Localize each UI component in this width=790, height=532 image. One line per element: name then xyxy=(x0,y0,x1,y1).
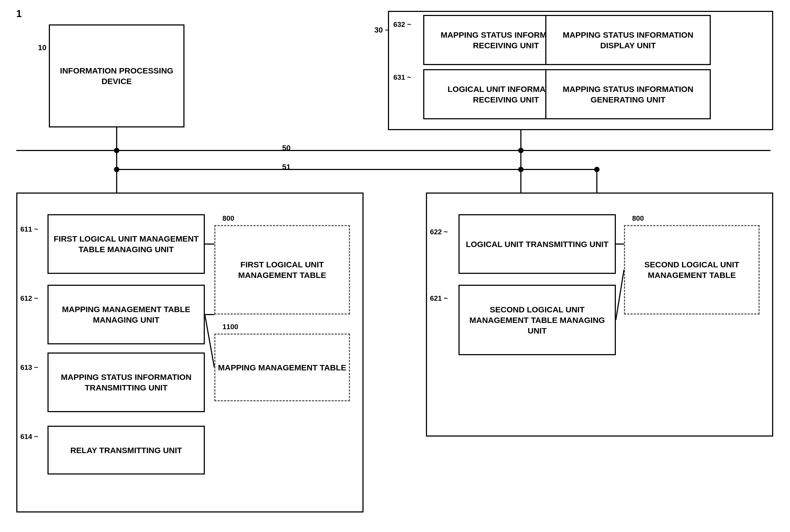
ref-800-first: 800 xyxy=(222,214,234,223)
ref-612: 612 ~ xyxy=(20,294,38,303)
svg-point-8 xyxy=(518,148,523,153)
ref-800-second: 800 xyxy=(632,214,644,223)
info-processing-device-label: INFORMATION PROCESSING DEVICE xyxy=(50,63,183,89)
lu-tx-box: LOGICAL UNIT TRANSMITTING UNIT xyxy=(458,214,616,274)
svg-point-13 xyxy=(594,167,600,172)
second-lu-mgmt-table-box: SECOND LOGICAL UNIT MANAGEMENT TABLE xyxy=(624,225,760,315)
ref-631: 631 ~ xyxy=(393,73,411,82)
bus-51-label: 51 xyxy=(282,163,291,171)
first-lu-mgmt-managing-box: FIRST LOGICAL UNIT MANAGEMENT TABLE MANA… xyxy=(48,214,205,274)
lu-tx-label: LOGICAL UNIT TRANSMITTING UNIT xyxy=(464,237,611,252)
mapping-status-gen-box: MAPPING STATUS INFORMATION GENERATING UN… xyxy=(545,69,711,119)
svg-point-5 xyxy=(114,148,120,153)
first-lu-mgmt-managing-label: FIRST LOGICAL UNIT MANAGEMENT TABLE MANA… xyxy=(49,231,204,257)
mapping-mgmt-managing-label: MAPPING MANAGEMENT TABLE MANAGING UNIT xyxy=(49,302,204,327)
svg-point-6 xyxy=(114,167,120,172)
second-lu-mgmt-table-label: SECOND LOGICAL UNIT MANAGEMENT TABLE xyxy=(625,257,758,283)
figure-number: 1 xyxy=(16,8,22,20)
mapping-mgmt-table-label: MAPPING MANAGEMENT TABLE xyxy=(216,360,349,375)
svg-point-10 xyxy=(518,167,523,172)
ref-621: 621 ~ xyxy=(430,294,448,303)
relay-tx-label: RELAY TRANSMITTING UNIT xyxy=(68,443,184,458)
second-lu-mgmt-managing-box: SECOND LOGICAL UNIT MANAGEMENT TABLE MAN… xyxy=(458,285,616,355)
ref-613: 613 ~ xyxy=(20,363,38,372)
mapping-status-display-label: MAPPING STATUS INFORMATION DISPLAY UNIT xyxy=(546,27,710,53)
first-lu-mgmt-table-label: FIRST LOGICAL UNIT MANAGEMENT TABLE xyxy=(215,257,349,283)
mapping-status-tx-box: MAPPING STATUS INFORMATION TRANSMITTING … xyxy=(48,353,205,412)
ref-611: 611 ~ xyxy=(20,225,38,233)
relay-tx-box: RELAY TRANSMITTING UNIT xyxy=(48,426,205,475)
info-processing-device-box: INFORMATION PROCESSING DEVICE xyxy=(49,24,184,128)
mapping-mgmt-table-box: MAPPING MANAGEMENT TABLE xyxy=(214,334,350,401)
bus-50-label: 50 xyxy=(282,144,291,152)
mapping-status-tx-label: MAPPING STATUS INFORMATION TRANSMITTING … xyxy=(49,369,204,395)
mapping-status-display-box: MAPPING STATUS INFORMATION DISPLAY UNIT xyxy=(545,15,711,65)
ref-622: 622 ~ xyxy=(430,228,448,236)
second-lu-mgmt-managing-label: SECOND LOGICAL UNIT MANAGEMENT TABLE MAN… xyxy=(460,302,615,338)
mapping-status-gen-label: MAPPING STATUS INFORMATION GENERATING UN… xyxy=(546,82,710,107)
ref-1100: 1100 xyxy=(222,323,238,331)
ref-614: 614 ~ xyxy=(20,433,38,441)
ref-30: 30 ~ xyxy=(374,26,389,34)
mapping-mgmt-managing-box: MAPPING MANAGEMENT TABLE MANAGING UNIT xyxy=(48,285,205,344)
diagram: 1 10 ~ INFORMATION PROCESSING DEVICE 30 … xyxy=(0,0,790,532)
ref-632: 632 ~ xyxy=(393,20,411,29)
first-lu-mgmt-table-box: FIRST LOGICAL UNIT MANAGEMENT TABLE xyxy=(214,225,350,315)
